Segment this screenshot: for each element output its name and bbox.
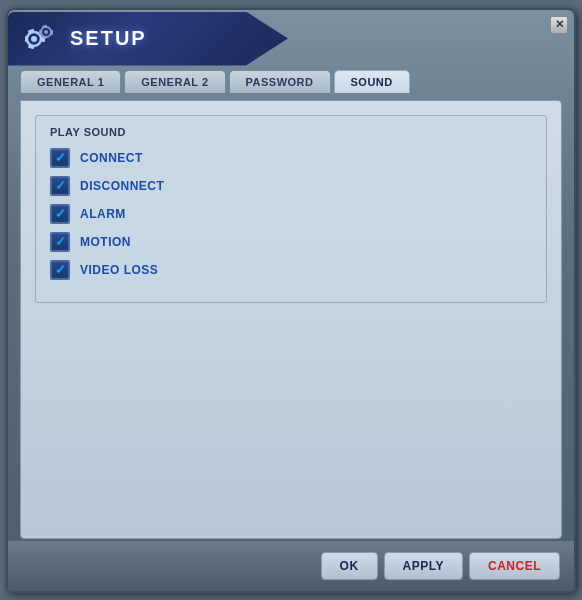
motion-label: MOTION: [80, 235, 131, 249]
window-title: SETUP: [70, 27, 147, 50]
tabs-container: GENERAL 1 GENERAL 2 PASSWORD SOUND: [20, 70, 562, 93]
tab-sound[interactable]: SOUND: [334, 70, 410, 93]
tab-password[interactable]: PASSWORD: [229, 70, 331, 93]
motion-checkbox[interactable]: [50, 232, 70, 252]
list-item: DISCONNECT: [50, 176, 532, 196]
list-item: CONNECT: [50, 148, 532, 168]
svg-rect-11: [51, 30, 54, 35]
setup-window: SETUP ✕ GENERAL 1 GENERAL 2 PASSWORD SOU…: [6, 8, 576, 593]
video-loss-checkbox[interactable]: [50, 260, 70, 280]
svg-rect-10: [39, 30, 42, 35]
ok-button[interactable]: OK: [321, 552, 378, 580]
list-item: VIDEO LOSS: [50, 260, 532, 280]
content-area: PLAY SOUND CONNECT DISCONNECT ALARM MOTI…: [20, 100, 562, 539]
video-loss-label: VIDEO LOSS: [80, 263, 158, 277]
list-item: MOTION: [50, 232, 532, 252]
list-item: ALARM: [50, 204, 532, 224]
svg-point-7: [44, 30, 48, 34]
svg-rect-4: [25, 36, 28, 42]
gear-icon: [20, 19, 60, 59]
apply-button[interactable]: APPLY: [384, 552, 463, 580]
alarm-checkbox[interactable]: [50, 204, 70, 224]
cancel-button[interactable]: CANCEL: [469, 552, 560, 580]
connect-checkbox[interactable]: [50, 148, 70, 168]
bottom-bar: OK APPLY CANCEL: [8, 541, 574, 591]
title-bar: SETUP: [8, 10, 574, 68]
close-button[interactable]: ✕: [550, 16, 568, 34]
alarm-label: ALARM: [80, 207, 126, 221]
svg-point-1: [31, 36, 37, 42]
tab-general1[interactable]: GENERAL 1: [20, 70, 121, 93]
title-badge: SETUP: [8, 12, 288, 66]
disconnect-label: DISCONNECT: [80, 179, 164, 193]
disconnect-checkbox[interactable]: [50, 176, 70, 196]
connect-label: CONNECT: [80, 151, 143, 165]
play-sound-box: PLAY SOUND CONNECT DISCONNECT ALARM MOTI…: [35, 115, 547, 303]
play-sound-label: PLAY SOUND: [50, 126, 532, 138]
tab-general2[interactable]: GENERAL 2: [124, 70, 225, 93]
